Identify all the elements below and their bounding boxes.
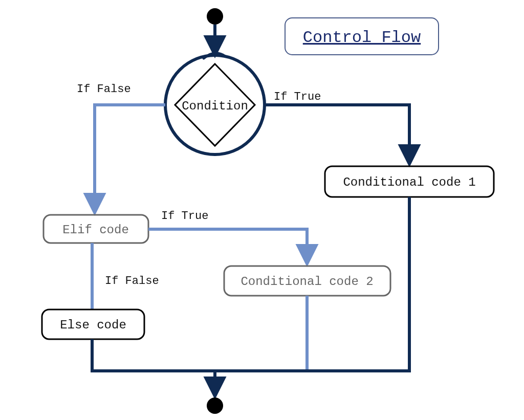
elif-code-label: Elif code — [62, 223, 129, 237]
conditional-code-1-node: Conditional code 1 — [325, 166, 494, 197]
elif-code-node: Elif code — [43, 215, 148, 243]
conditional-code-1-label: Conditional code 1 — [343, 175, 475, 189]
condition-label: Condition — [182, 99, 248, 113]
condition-node: Condition — [165, 53, 265, 154]
edge-cond2-to-merge — [215, 296, 307, 371]
edge-label-if-true-2: If True — [161, 210, 208, 223]
start-node — [207, 8, 223, 25]
edge-label-if-false-2: If False — [105, 275, 159, 288]
else-code-node: Else code — [42, 310, 144, 339]
edge-label-if-false-1: If False — [77, 83, 131, 96]
conditional-code-2-node: Conditional code 2 — [224, 266, 390, 296]
end-node — [207, 397, 223, 414]
conditional-code-2-label: Conditional code 2 — [241, 275, 373, 289]
edge-condition-true — [265, 105, 409, 163]
edge-else-to-merge — [92, 339, 215, 371]
diagram-title: Control Flow — [303, 28, 421, 47]
title-box: Control Flow — [285, 18, 439, 55]
edge-elif-true — [148, 229, 307, 262]
edge-label-if-true-1: If True — [274, 91, 321, 103]
control-flow-diagram: Control Flow Condition If True Condition… — [0, 0, 524, 420]
edge-condition-false — [95, 105, 165, 211]
else-code-label: Else code — [60, 318, 126, 332]
